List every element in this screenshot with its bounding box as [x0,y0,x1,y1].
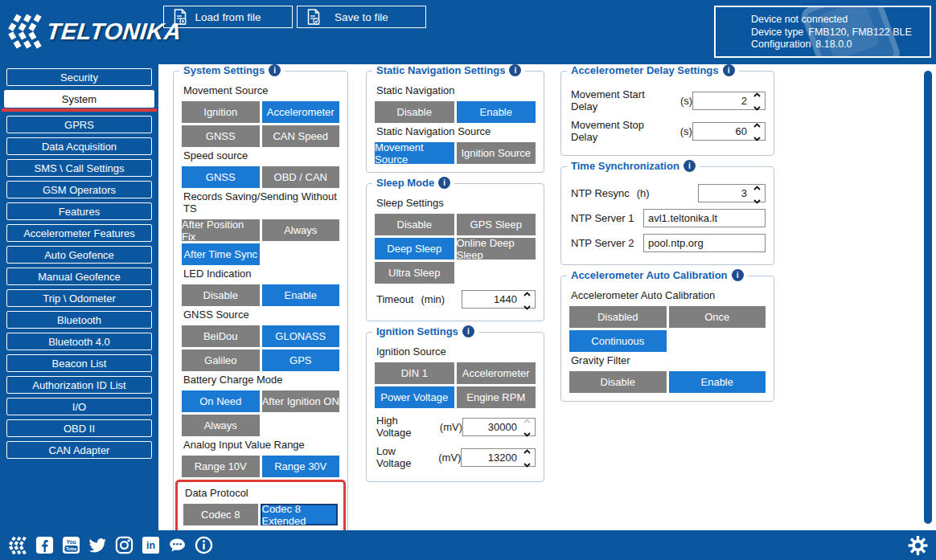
instagram-icon[interactable] [114,535,134,555]
spinner-up-button[interactable] [523,414,531,426]
option-button-always[interactable]: Always [262,219,340,241]
option-button-deep-sleep[interactable]: Deep Sleep [375,238,454,260]
spinner-down-button[interactable] [523,458,531,470]
info-icon[interactable]: i [269,64,281,76]
option-button-can-speed[interactable]: CAN Speed [262,125,340,147]
option-button-codec-8-extended[interactable]: Codec 8 Extended [261,504,339,525]
spinner-up-button[interactable] [753,181,761,193]
sidebar-item-trip-odometer[interactable]: Trip \ Odometer [6,289,152,307]
spinner-down-button[interactable] [523,300,531,313]
vertical-scrollbar[interactable] [924,71,932,524]
option-button-gps[interactable]: GPS [262,349,340,371]
linkedin-icon[interactable]: in [141,535,161,555]
text-input-ntp-server-1[interactable]: avl1.teltonika.lt [643,209,766,227]
number-input-low-voltage[interactable]: 13200 [461,448,536,467]
sidebar-item-i-o[interactable]: I/O [6,398,152,415]
sidebar-item-can-adapter[interactable]: CAN Adapter [6,441,152,459]
sidebar-item-security[interactable]: Security [6,68,152,86]
spinner-down-button[interactable] [753,132,761,144]
option-button-on-need[interactable]: On Need [182,390,260,412]
twitter-icon[interactable] [88,535,108,555]
facebook-icon[interactable] [35,535,55,555]
option-button-disable[interactable]: Disable [182,284,260,306]
teltonika-logo-icon[interactable] [8,535,28,555]
option-button-always[interactable]: Always [182,415,260,436]
number-value[interactable]: 1440 [462,293,519,305]
spinner-up-button[interactable] [523,444,531,456]
option-button-disable[interactable]: Disable [375,214,454,235]
sidebar-item-bluetooth-4-0[interactable]: Bluetooth 4.0 [6,333,152,350]
load-from-file-button[interactable]: Load from file [163,6,293,28]
option-button-beidou[interactable]: BeiDou [182,325,260,347]
option-button-movement-source[interactable]: Movement Source [375,142,454,164]
option-button-glonass[interactable]: GLONASS [262,325,340,347]
spinner-down-button[interactable] [523,427,531,439]
number-value[interactable]: 60 [693,125,749,137]
option-button-galileo[interactable]: Galileo [182,349,260,371]
option-button-after-ignition-on[interactable]: After Ignition ON [262,390,340,412]
option-button-after-position-fix[interactable]: After Position Fix [182,219,260,241]
youtube-icon[interactable]: YouTube [61,535,81,555]
option-button-enable[interactable]: Enable [457,101,536,123]
option-button-once[interactable]: Once [669,306,766,328]
number-input-movement-stop-delay[interactable]: 60 [692,122,766,141]
sidebar-item-data-acquisition[interactable]: Data Acquisition [6,137,152,155]
option-button-continuous[interactable]: Continuous [569,330,667,352]
option-button-ultra-sleep[interactable]: Ultra Sleep [375,262,454,284]
sidebar-item-beacon-list[interactable]: Beacon List [6,354,152,372]
spinner-up-button[interactable] [523,287,531,299]
info-icon[interactable]: i [438,177,450,189]
option-button-din-1[interactable]: DIN 1 [375,362,454,384]
info-icon[interactable]: i [509,64,521,76]
save-to-file-button[interactable]: Save to file [297,6,426,28]
option-button-power-voltage[interactable]: Power Voltage [375,386,454,408]
option-button-disabled[interactable]: Disabled [569,306,667,328]
option-button-disable[interactable]: Disable [375,101,454,123]
option-button-engine-rpm[interactable]: Engine RPM [457,386,536,408]
sidebar-item-gsm-operators[interactable]: GSM Operators [6,181,152,198]
option-button-enable[interactable]: Enable [669,371,766,393]
option-button-range-30v[interactable]: Range 30V [262,456,340,477]
option-button-codec-8[interactable]: Codec 8 [183,504,258,525]
spinner-up-button[interactable] [753,88,761,100]
option-button-obd-can[interactable]: OBD / CAN [262,166,340,188]
info-icon[interactable]: i [462,325,474,337]
sidebar-item-gprs[interactable]: GPRS [6,116,152,133]
option-button-online-deep-sleep[interactable]: Online Deep Sleep [457,238,536,260]
sidebar-item-features[interactable]: Features [6,202,152,220]
text-input-ntp-server-2[interactable]: pool.ntp.org [643,234,766,252]
number-input-movement-start-delay[interactable]: 2 [692,92,766,110]
sidebar-item-accelerometer-features[interactable]: Accelerometer Features [6,224,152,242]
option-button-gnss[interactable]: GNSS [182,166,260,188]
option-button-ignition-source[interactable]: Ignition Source [457,142,536,164]
spinner-down-button[interactable] [753,194,761,206]
option-button-ignition[interactable]: Ignition [182,101,260,123]
gear-icon[interactable] [908,535,928,555]
option-button-disable[interactable]: Disable [569,371,667,393]
number-input-ntp-resync[interactable]: 3 [698,184,766,202]
spinner-up-button[interactable] [753,118,761,130]
number-value[interactable]: 2 [693,95,749,107]
chat-icon[interactable] [167,535,187,555]
number-value[interactable]: 30000 [463,421,519,433]
sidebar-item-obd-ii[interactable]: OBD II [6,419,152,437]
option-button-accelerometer[interactable]: Accelerometer [262,101,340,123]
option-button-range-10v[interactable]: Range 10V [182,456,260,477]
number-input-timeout[interactable]: 1440 [462,290,536,309]
number-input-high-voltage[interactable]: 30000 [462,418,536,436]
option-button-gnss[interactable]: GNSS [182,125,260,147]
info-icon[interactable]: i [684,160,696,172]
option-button-enable[interactable]: Enable [262,284,340,306]
sidebar-item-sms-call-settings[interactable]: SMS \ Call Settings [6,159,152,177]
option-button-after-time-sync[interactable]: After Time Sync [182,243,260,265]
info-icon[interactable]: i [723,64,735,76]
spinner-down-button[interactable] [753,101,761,113]
option-button-accelerometer[interactable]: Accelerometer [457,362,536,384]
sidebar-item-auto-geofence[interactable]: Auto Geofence [6,246,152,264]
sidebar-item-system[interactable]: System [4,90,154,108]
info-icon[interactable]: i [732,269,744,281]
sidebar-item-manual-geofence[interactable]: Manual Geofence [6,268,152,285]
number-value[interactable]: 3 [699,187,749,199]
sidebar-item-authorization-id-list[interactable]: Authorization ID List [6,376,152,394]
info-icon[interactable] [194,535,214,555]
